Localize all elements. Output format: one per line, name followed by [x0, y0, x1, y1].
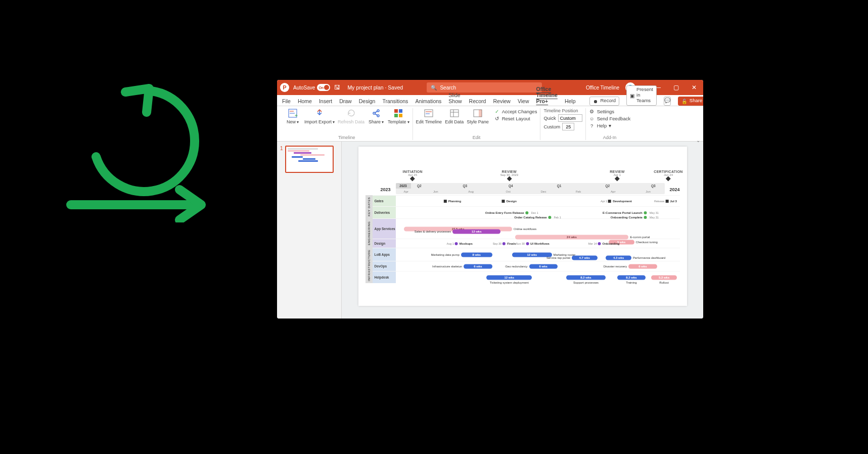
gantt-bar[interactable]: 12 wks	[452, 229, 501, 234]
swimlane-row: App Services27.5 wks12 wks24 wks5 wks	[373, 218, 680, 239]
gantt-bar[interactable]: 8 wks	[461, 252, 492, 257]
brand-label: Office Timeline	[586, 85, 619, 90]
new-button[interactable]: + New	[284, 108, 301, 124]
tab-view[interactable]: View	[518, 98, 529, 106]
tab-office-timeline[interactable]: Office Timeline Pro+	[536, 86, 557, 106]
svg-rect-14	[394, 114, 398, 117]
autosave-toggle[interactable]: AutoSave On	[293, 84, 330, 91]
gantt-milestone[interactable]: Planning	[444, 200, 461, 203]
edit-data-button[interactable]: Edit Data	[445, 108, 464, 124]
tab-design[interactable]: Design	[359, 98, 376, 106]
gantt-bar[interactable]: 4.3 wks	[606, 255, 631, 260]
ribbon-group-addin: ⚙ Settings ☺ Send Feedback ? Help ▾ Add-…	[586, 108, 634, 140]
swimlane-row: LoB Apps8 wks12 wks4.7 wks4.3 wks	[373, 248, 680, 261]
tab-review[interactable]: Review	[493, 98, 510, 106]
tab-record[interactable]: Record	[469, 98, 486, 106]
row-track: Aug 1MockupsSep 30FinalsNov 30UI Workflo…	[396, 239, 680, 248]
timeline-milestone: INITIATIONApr 25	[403, 170, 423, 180]
gantt-bar[interactable]: 12 wks	[512, 252, 552, 257]
template-icon	[393, 108, 403, 118]
check-icon: ✓	[494, 108, 500, 114]
swimlane-row: DeliveriesOnline Entry Form ReleaseDec 1…	[373, 206, 680, 218]
gantt-bar[interactable]: 8.2 wks	[566, 275, 606, 280]
swimlane-row: Helpdesk12 wksTicketing system deploymen…	[373, 271, 680, 283]
slide-thumbnail-1[interactable]	[285, 146, 334, 173]
help-button[interactable]: ? Help ▾	[589, 122, 631, 128]
month-label: Jun	[433, 189, 438, 194]
settings-button[interactable]: ⚙ Settings	[589, 108, 631, 114]
tab-home[interactable]: Home	[298, 98, 312, 106]
close-button[interactable]: ✕	[688, 84, 700, 91]
template-button[interactable]: Template	[388, 108, 409, 124]
gantt-bar[interactable]: 8.2 wks	[617, 275, 646, 280]
slide-canvas-area[interactable]: 2023 2024 INITIATIONApr 25REVIEWSep 30, …	[342, 142, 703, 319]
share-button[interactable]: 🔓 Share ▾	[678, 97, 703, 106]
edit-timeline-button[interactable]: Edit Timeline	[416, 108, 442, 124]
tab-insert[interactable]: Insert	[319, 98, 332, 106]
search-placeholder: Search	[440, 85, 456, 90]
gantt-milestone[interactable]: Mar 14Onboarding	[598, 242, 620, 245]
svg-text:+: +	[295, 113, 298, 118]
gantt-milestone[interactable]: E-Commerce Portal LaunchMay 31	[644, 211, 659, 214]
gantt-milestone[interactable]: Onboarding CompleteMay 31	[644, 216, 659, 219]
maximize-button[interactable]: ▢	[670, 84, 682, 91]
month-label: Aug	[468, 189, 474, 194]
month-label: Feb	[576, 189, 581, 194]
collapse-ribbon-button[interactable]: ⌄	[696, 138, 700, 143]
gantt-bar[interactable]: 6 wks	[464, 264, 492, 268]
gantt-bar[interactable]: 6 wks	[628, 264, 657, 268]
timeline-milestone: REVIEWSep 30, 2023	[500, 170, 518, 180]
month-label: Dec	[541, 189, 546, 194]
gantt-milestone[interactable]: Nov 30UI Workflows	[526, 242, 550, 245]
svg-rect-16	[425, 110, 433, 117]
share-timeline-button[interactable]: Share	[368, 108, 385, 124]
gantt-milestone[interactable]: ReleaseJul 3	[665, 200, 677, 203]
gantt-bar-label: Rollout	[659, 281, 669, 284]
gantt-milestone[interactable]: Online Entry Form ReleaseDec 1	[526, 211, 538, 214]
save-icon[interactable]: 🖫	[334, 84, 340, 91]
import-export-button[interactable]: Import Export	[304, 108, 335, 124]
group-label: Add-In	[603, 135, 617, 140]
quarter-label: Q3	[463, 183, 468, 189]
present-in-teams-button[interactable]: ▣ Present in Teams	[626, 85, 657, 106]
send-feedback-button[interactable]: ☺ Send Feedback	[589, 115, 631, 121]
gantt-milestone[interactable]: Design	[502, 200, 517, 203]
new-icon: +	[288, 108, 298, 118]
gantt-bar[interactable]: 4.7 wks	[572, 255, 598, 260]
swimlane-row: GatesPlanningDesignApr 1DevelopmentRelea…	[373, 195, 680, 206]
style-pane-icon	[473, 108, 483, 118]
section-label: ENGINEERING	[366, 218, 373, 248]
month-label: Oct	[506, 189, 511, 194]
row-track: PlanningDesignApr 1DevelopmentReleaseJul…	[396, 196, 680, 206]
tab-file[interactable]: File	[282, 98, 291, 106]
ribbon-group-position: Timeline Position Quick Custom	[540, 108, 585, 140]
gantt-milestone[interactable]: Sep 30Finals	[502, 242, 516, 245]
search-box[interactable]: 🔍 Search	[427, 82, 542, 93]
gantt-bar[interactable]: 12 wks	[486, 275, 532, 280]
tab-animations[interactable]: Animations	[415, 98, 441, 106]
switch-icon[interactable]: On	[317, 84, 330, 91]
tab-transitions[interactable]: Transitions	[382, 98, 408, 106]
agile-cycle-icon	[66, 71, 217, 222]
gantt-milestone[interactable]: Apr 1Development	[608, 200, 632, 203]
gantt-bar-label: Support processes	[573, 281, 599, 284]
gantt-milestone[interactable]: Order Catalog ReleaseFeb 1	[549, 216, 561, 219]
tab-slideshow[interactable]: Slide Show	[448, 92, 462, 106]
gantt-bar[interactable]: 24 wks	[515, 235, 629, 239]
custom-label: Custom	[543, 124, 560, 129]
tab-help[interactable]: Help	[565, 98, 576, 106]
tab-draw[interactable]: Draw	[339, 98, 352, 106]
reset-layout-button[interactable]: ↺ Reset Layout	[494, 115, 537, 121]
row-track: 8 wks12 wks4.7 wks4.3 wks	[396, 248, 680, 261]
custom-input[interactable]	[562, 123, 574, 130]
gantt-bar[interactable]: 6 wks	[529, 264, 558, 268]
month-label: Apr	[611, 189, 615, 194]
record-button[interactable]: ⏺ Record	[589, 97, 619, 106]
timeline-milestone: REVIEWApr 1	[610, 170, 624, 180]
quick-select[interactable]	[558, 114, 582, 122]
accept-changes-button[interactable]: ✓ Accept Changes	[494, 108, 537, 114]
gantt-milestone[interactable]: Aug 1Mockups	[455, 242, 473, 245]
gantt-bar[interactable]: 5.2 wks	[651, 275, 677, 280]
comments-button[interactable]: 💬	[664, 97, 671, 106]
style-pane-button[interactable]: Style Pane	[467, 108, 489, 124]
